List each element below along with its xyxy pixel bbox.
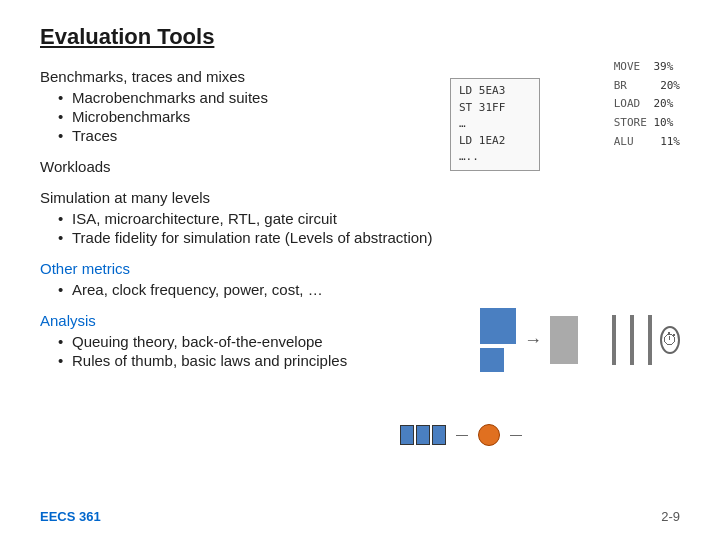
vertical-bars-3 xyxy=(648,315,652,365)
clock-icon: ⏱ xyxy=(660,326,680,354)
pipeline-rect xyxy=(432,425,446,445)
stat-row: LOAD 20% xyxy=(614,95,680,114)
list-item: ISA, microarchitecture, RTL, gate circui… xyxy=(58,210,680,227)
block-group-left xyxy=(480,308,516,372)
stat-row: MOVE 39% xyxy=(614,58,680,77)
list-item: Trade fidelity for simulation rate (Leve… xyxy=(58,229,680,246)
block-blue-small-icon xyxy=(480,348,504,372)
bar-icon xyxy=(612,315,616,365)
trace-line: ….. xyxy=(459,149,531,166)
circle-orange-icon xyxy=(478,424,500,446)
vertical-bars-2 xyxy=(630,315,634,365)
pipeline-unit-1 xyxy=(400,425,446,445)
page: Evaluation Tools Benchmarks, traces and … xyxy=(0,0,720,540)
bar-icon xyxy=(648,315,652,365)
stats-box: MOVE 39% BR 20% LOAD 20% STORE 10% ALU 1… xyxy=(614,58,680,151)
other-metrics-section: Other metrics Area, clock frequency, pow… xyxy=(40,260,680,298)
simulation-list: ISA, microarchitecture, RTL, gate circui… xyxy=(40,210,680,246)
block-blue-icon xyxy=(480,308,516,344)
stat-row: BR 20% xyxy=(614,77,680,96)
footer: EECS 361 2-9 xyxy=(40,509,680,524)
pipeline-rect xyxy=(400,425,414,445)
trace-line: LD 1EA2 xyxy=(459,133,531,150)
stat-row: STORE 10% xyxy=(614,114,680,133)
list-item: Area, clock frequency, power, cost, … xyxy=(58,281,680,298)
stat-row: ALU 11% xyxy=(614,133,680,152)
other-metrics-list: Area, clock frequency, power, cost, … xyxy=(40,281,680,298)
diagram-bottom: — — xyxy=(400,405,660,465)
page-title: Evaluation Tools xyxy=(40,24,680,50)
trace-line: … xyxy=(459,116,531,133)
simulation-section: Simulation at many levels ISA, microarch… xyxy=(40,189,680,246)
diagram-top: LD 5EA3 ST 31FF … LD 1EA2 ….. MOVE 39% B… xyxy=(450,58,680,188)
other-metrics-heading: Other metrics xyxy=(40,260,680,277)
diagram-middle: → ⏱ xyxy=(480,300,680,380)
trace-code-box: LD 5EA3 ST 31FF … LD 1EA2 ….. xyxy=(450,78,540,171)
arrow-right-icon: → xyxy=(524,330,542,351)
pipeline-rect xyxy=(416,425,430,445)
vertical-bars xyxy=(612,315,616,365)
bar-icon xyxy=(630,315,634,365)
dot-icon: — xyxy=(510,428,522,442)
footer-right: 2-9 xyxy=(661,509,680,524)
trace-line: LD 5EA3 xyxy=(459,83,531,100)
simulation-heading: Simulation at many levels xyxy=(40,189,680,206)
trace-line: ST 31FF xyxy=(459,100,531,117)
footer-left: EECS 361 xyxy=(40,509,101,524)
dot-icon: — xyxy=(456,428,468,442)
block-gray-icon xyxy=(550,316,578,364)
